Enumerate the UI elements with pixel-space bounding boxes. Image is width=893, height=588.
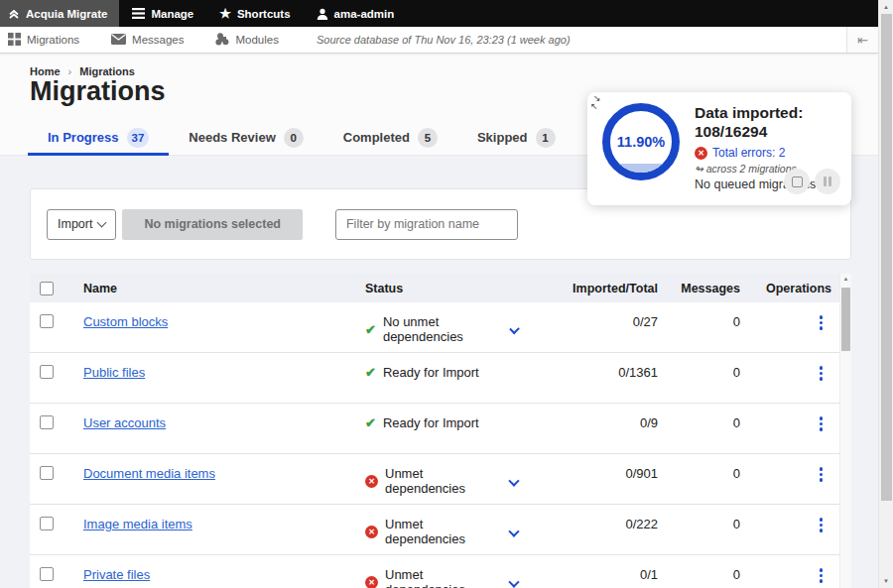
data-imported-count: 108/16294 <box>695 122 845 141</box>
modules-icon <box>215 33 229 48</box>
row-checkbox[interactable] <box>40 415 54 429</box>
imported-total-value: 0/9 <box>554 415 658 430</box>
table-row: User accounts ✔ Ready for Import 0/9 0 <box>30 404 839 454</box>
operations-kebab-icon[interactable] <box>817 365 827 382</box>
row-checkbox[interactable] <box>40 466 54 480</box>
status-text: No unmet dependencies <box>383 314 504 344</box>
import-progress-popup: ↘ ↖ 11.90% Data imported: 108/16294 ✕ To… <box>587 92 851 205</box>
operations-kebab-icon[interactable] <box>817 466 827 483</box>
migrate-toolbar: Migrations Messages Modules Source datab… <box>0 27 878 54</box>
imported-total-value: 0/27 <box>554 314 658 329</box>
status-text: Unmet dependencies <box>385 466 503 496</box>
stop-import-button[interactable] <box>784 169 810 194</box>
tab-completed[interactable]: Completed 5 <box>323 119 457 156</box>
page-scrollbar-thumb[interactable] <box>881 14 892 501</box>
row-expand-chevron-icon[interactable] <box>509 323 520 334</box>
tab-count-badge: 5 <box>418 128 438 148</box>
toolbar-item-acquia-migrate[interactable]: Acquia Migrate <box>0 0 119 27</box>
nav-item-messages[interactable]: Messages <box>101 34 193 47</box>
operations-kebab-icon[interactable] <box>817 314 827 331</box>
scroll-up-icon[interactable]: ▲ <box>879 0 893 14</box>
operations-kebab-icon[interactable] <box>817 517 827 533</box>
row-expand-chevron-icon[interactable] <box>509 475 520 486</box>
table-header-row: Name Status Imported/Total Messages Oper… <box>30 274 839 302</box>
row-checkbox[interactable] <box>40 567 54 581</box>
table-row: Public files ✔ Ready for Import 0/1361 0 <box>30 353 839 404</box>
operations-kebab-icon[interactable] <box>817 567 827 584</box>
messages-count: 0 <box>658 365 740 380</box>
nav-messages-label: Messages <box>132 34 184 46</box>
username-label: ama-admin <box>334 8 395 20</box>
row-checkbox[interactable] <box>40 314 54 328</box>
toolbar-item-user[interactable]: ama-admin <box>304 0 408 27</box>
tab-label: Skipped <box>477 130 528 145</box>
collapse-arrow-icon: ⇤ <box>857 33 868 48</box>
import-dropdown-button[interactable]: Import <box>47 209 116 240</box>
migration-name-link[interactable]: Custom blocks <box>83 314 168 329</box>
migration-name-link[interactable]: Public files <box>83 365 145 380</box>
imported-total-value: 0/1 <box>554 567 658 582</box>
shortcuts-label: Shortcuts <box>237 8 291 20</box>
tab-needs-review[interactable]: Needs Review 0 <box>169 119 322 156</box>
source-database-note: Source database of Thu Nov 16, 23:23 (1 … <box>317 34 571 46</box>
nav-item-modules[interactable]: Modules <box>205 33 288 48</box>
page-title: Migrations <box>30 76 166 107</box>
migration-name-link[interactable]: Image media items <box>83 517 192 531</box>
status-text: Ready for Import <box>383 365 479 380</box>
grid-icon <box>8 33 21 48</box>
row-expand-chevron-icon[interactable] <box>509 526 520 536</box>
tab-label: Needs Review <box>189 130 275 145</box>
toolbar-item-shortcuts[interactable]: ★ Shortcuts <box>206 0 303 27</box>
row-expand-chevron-icon[interactable] <box>509 576 520 587</box>
row-checkbox[interactable] <box>40 517 54 530</box>
imported-total-value: 0/1361 <box>554 365 658 380</box>
import-label: Import <box>58 217 92 231</box>
user-icon <box>317 8 328 20</box>
total-errors-link[interactable]: Total errors: 2 <box>712 146 785 160</box>
header-status: Status <box>365 282 554 295</box>
nav-item-migrations[interactable]: Migrations <box>0 33 89 48</box>
admin-toolbar: Acquia Migrate Manage ★ Shortcuts ama-ad… <box>0 0 878 27</box>
toolbar-collapse-button[interactable]: ⇤ <box>846 27 878 53</box>
table-row: Custom blocks ✔ No unmet dependencies 0/… <box>30 302 839 353</box>
header-operations: Operations <box>740 282 831 295</box>
loop-arrow-icon: ↬ <box>695 163 703 175</box>
data-imported-label: Data imported: <box>695 103 845 122</box>
chevron-down-icon <box>97 217 107 227</box>
migration-name-link[interactable]: User accounts <box>83 415 166 430</box>
select-all-checkbox[interactable] <box>40 282 54 295</box>
status-error-icon: ✕ <box>365 526 378 538</box>
table-scrollbar[interactable]: ▲ <box>839 274 851 588</box>
table-row: Document media items ✕ Unmet dependencie… <box>30 454 839 505</box>
progress-fill <box>610 164 672 173</box>
migration-filter-input[interactable] <box>335 209 518 240</box>
tab-in-progress[interactable]: In Progress 37 <box>28 119 169 156</box>
imported-total-value: 0/901 <box>554 466 658 481</box>
messages-count: 0 <box>658 314 740 329</box>
tab-skipped[interactable]: Skipped 1 <box>457 119 575 156</box>
messages-count: 0 <box>658 466 740 481</box>
row-checkbox[interactable] <box>40 365 54 379</box>
hamburger-icon <box>132 8 145 19</box>
migration-name-link[interactable]: Document media items <box>83 466 215 481</box>
resize-collapse-icon[interactable]: ↘ ↖ <box>593 94 601 111</box>
pause-icon <box>824 176 831 186</box>
pause-import-button[interactable] <box>815 169 840 194</box>
operations-kebab-icon[interactable] <box>817 415 827 432</box>
messages-count: 0 <box>658 517 740 531</box>
double-chevron-up-icon <box>8 8 20 20</box>
header-messages: Messages <box>658 282 740 295</box>
migration-name-link[interactable]: Private files <box>83 567 150 582</box>
brand-label: Acquia Migrate <box>26 8 107 20</box>
scroll-up-icon[interactable]: ▲ <box>840 276 851 282</box>
page-scrollbar[interactable]: ▲ ▼ <box>878 0 893 588</box>
status-text: Ready for Import <box>383 415 479 430</box>
scroll-down-icon[interactable]: ▼ <box>879 574 893 588</box>
no-migrations-selected-button[interactable]: No migrations selected <box>122 209 303 240</box>
status-text: Unmet dependencies <box>385 567 503 588</box>
progress-percent: 11.90% <box>617 134 665 150</box>
status-check-icon: ✔ <box>365 416 376 429</box>
table-scrollbar-thumb[interactable] <box>841 288 850 351</box>
status-text: Unmet dependencies <box>385 517 503 546</box>
toolbar-item-manage[interactable]: Manage <box>119 0 206 27</box>
